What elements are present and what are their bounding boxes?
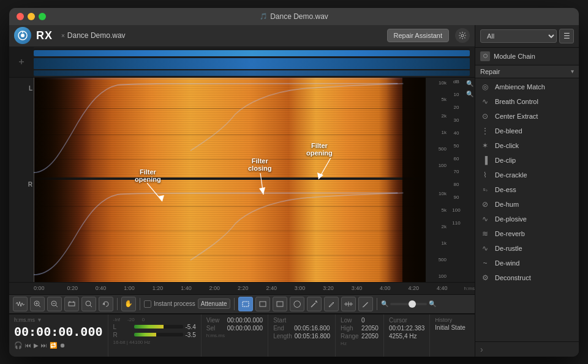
freq-10k-b: 10k	[439, 191, 447, 196]
zoom-plus-icon[interactable]: 🔍	[466, 80, 473, 87]
freq-range-section: Low 0 High 22050 Range 22050 Hz	[335, 314, 383, 357]
lasso-btn[interactable]: ◯	[290, 297, 304, 311]
right-sidebar: All ☰ ⬡ Module Chain Repair ▾ ◎ Ambience…	[475, 25, 579, 357]
sidebar-item-center-extract[interactable]: ⊙ Center Extract	[475, 109, 579, 124]
zoom-minus-icon[interactable]: 🔍	[466, 91, 473, 97]
maximize-button[interactable]	[39, 13, 46, 20]
headphones-btn[interactable]: 🎧	[14, 341, 23, 349]
db-110: 110	[452, 220, 460, 226]
tl-200: 2:00	[200, 285, 228, 291]
play-btn[interactable]: ▶	[34, 342, 39, 349]
fit-btn[interactable]	[64, 297, 79, 311]
sidebar-item-de-rustle[interactable]: ∿ De-rustle	[475, 241, 579, 256]
tab-filename[interactable]: Dance Demo.wav	[67, 31, 126, 40]
sidebar-item-de-crackle[interactable]: ⌇ De-crackle	[475, 168, 579, 182]
timeline-start: 0:00	[34, 285, 58, 291]
file-icon: 🎵	[260, 13, 267, 20]
magic-wand-btn[interactable]	[307, 297, 322, 311]
sel-time: 00:00:00.000	[227, 325, 263, 332]
waveform-view-btn[interactable]	[13, 297, 28, 311]
category-filter-dropdown[interactable]: All	[480, 29, 557, 43]
db-80: 80	[454, 182, 459, 187]
svg-line-11	[39, 305, 40, 307]
module-chain-row[interactable]: ⬡ Module Chain	[475, 48, 579, 65]
freq-line-top	[34, 78, 426, 80]
time-format-label: h:ms.ms ▼	[14, 317, 103, 323]
close-button[interactable]	[17, 13, 24, 20]
sidebar-item-de-plosive[interactable]: ∿ De-plosive	[475, 212, 579, 226]
meter-scale: -Inf -20 0	[113, 317, 196, 322]
minimize-button[interactable]	[28, 13, 35, 20]
sidebar-item-de-reverb[interactable]: ≋ De-reverb	[475, 226, 579, 241]
freq-select-btn[interactable]	[273, 297, 287, 311]
zoom-out-btn[interactable]	[47, 297, 62, 311]
settings-icon[interactable]	[455, 28, 470, 43]
de-reverb-icon: ≋	[480, 229, 490, 239]
r-db-value: -3.5	[186, 332, 196, 338]
r-label: R	[113, 332, 132, 338]
sidebar-item-de-hum[interactable]: ⊘ De-hum	[475, 197, 579, 212]
view-sel-section: View 00:00:00.000 Sel 00:00:00.000 h:ms.…	[201, 314, 268, 357]
tl-320: 3:20	[314, 285, 342, 291]
separator-4	[377, 298, 377, 310]
time-dropdown-arrow[interactable]: ▼	[37, 317, 42, 323]
breath-control-label: Breath Control	[495, 98, 538, 105]
tab-close-btn[interactable]: ×	[61, 32, 65, 39]
instant-process-group: Instant process	[144, 300, 195, 308]
spectrogram-display[interactable]: Filteropening Filterclosing	[34, 78, 426, 282]
sidebar-item-ambience-match[interactable]: ◎ Ambience Match	[475, 80, 579, 94]
low-label: Low	[341, 317, 359, 324]
harmonic-btn[interactable]	[341, 297, 356, 311]
pan-tool-btn[interactable]: ✋	[121, 297, 136, 311]
r-meter-bar	[134, 333, 183, 336]
channel-labels: L R	[9, 78, 34, 282]
freq-100: 100	[439, 163, 447, 168]
center-extract-icon: ⊙	[480, 111, 490, 121]
view-label: View	[206, 317, 225, 324]
sidebar-item-de-clip[interactable]: ▐ De-clip	[475, 153, 579, 168]
freq-line-5	[34, 231, 426, 231]
time-select-btn[interactable]	[255, 297, 270, 311]
skip-fwd-btn[interactable]: ⏭	[41, 342, 47, 349]
zoom-slider[interactable]	[390, 303, 427, 305]
attenuation-dropdown[interactable]: Attenuate	[198, 299, 230, 309]
freq-100-b: 100	[439, 273, 447, 279]
sidebar-item-de-bleed[interactable]: ⋮ De-bleed	[475, 124, 579, 138]
db-labels: dB 10 20 30 40 50 60 70 80 90 100 110	[448, 78, 465, 282]
zoom-in-small[interactable]: 🔍	[429, 300, 436, 307]
sidebar-item-de-ess[interactable]: sₛ De-ess	[475, 182, 579, 197]
range-row: Range 22050	[341, 333, 379, 340]
repair-category-dropdown[interactable]: Repair ▾	[475, 65, 579, 78]
de-ess-icon: sₛ	[480, 185, 490, 195]
zoom-reset-btn[interactable]	[99, 297, 113, 311]
sidebar-item-de-click[interactable]: ✶ De-click	[475, 138, 579, 153]
ambience-match-label: Ambience Match	[495, 83, 545, 91]
zoom-freq-btn[interactable]	[81, 297, 96, 311]
loop-btn[interactable]: 🔁	[50, 342, 57, 349]
record-btn[interactable]: ⏺	[59, 342, 66, 349]
current-time-display: 00:00:00.000	[14, 324, 103, 339]
waveform-overview[interactable]: ⇕	[9, 47, 475, 78]
instant-process-checkbox[interactable]	[144, 300, 151, 308]
repair-assistant-button[interactable]: Repair Assistant	[387, 29, 449, 42]
db-100: 100	[452, 207, 460, 213]
pencil-btn[interactable]	[358, 297, 373, 311]
zoom-in-btn[interactable]	[30, 297, 45, 311]
tl-100: 1:00	[115, 285, 143, 291]
sidebar-more-btn[interactable]: ›	[475, 341, 579, 357]
rect-select-btn[interactable]	[238, 297, 253, 311]
sidebar-item-breath-control[interactable]: ∿ Breath Control	[475, 94, 579, 109]
skip-back-btn[interactable]: ⏮	[25, 342, 31, 349]
sidebar-item-deconstruct[interactable]: ⚙ Deconstruct	[475, 270, 579, 285]
module-list: ◎ Ambience Match ∿ Breath Control ⊙ Cent…	[475, 78, 579, 341]
zoom-out-small[interactable]: 🔍	[381, 300, 388, 307]
sidebar-item-de-wind[interactable]: ~ De-wind	[475, 256, 579, 270]
separator-3	[234, 298, 235, 310]
brush-btn[interactable]	[324, 297, 339, 311]
sidebar-menu-btn[interactable]: ☰	[559, 29, 574, 43]
left-channel-label: L	[29, 85, 32, 92]
level-meters: -Inf -20 0 L -5.4 R -3.5 16-bit | 441	[108, 314, 201, 357]
tl-240: 2:40	[257, 285, 285, 291]
timing-section: Start End 00:05:16.800 Length 00:05:16.8…	[268, 314, 335, 357]
spectrogram-area[interactable]: L R	[9, 78, 475, 282]
